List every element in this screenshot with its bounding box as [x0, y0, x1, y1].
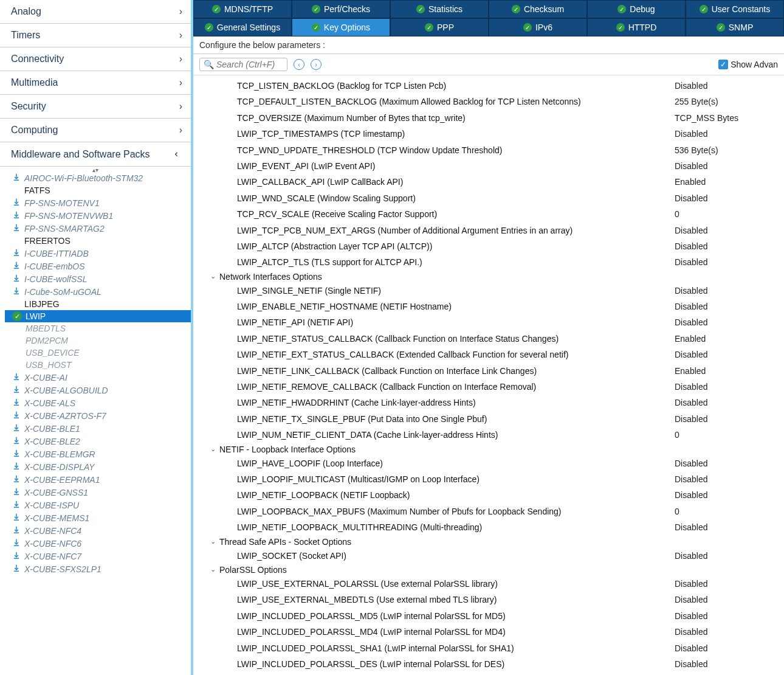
param-row[interactable]: TCP_DEFAULT_LISTEN_BACKLOG (Maximum Allo… [193, 94, 784, 109]
tree-item-fp-sns-smartag2[interactable]: FP-SNS-SMARTAG2 [5, 222, 191, 235]
tree-item-x-cube-eeprma1[interactable]: X-CUBE-EEPRMA1 [5, 473, 191, 486]
tree-item-freertos[interactable]: FREERTOS [5, 235, 191, 247]
param-row[interactable]: LWIP_INCLUDED_POLARSSL_MD4 (LwIP interna… [193, 624, 784, 640]
param-row[interactable]: LWIP_HAVE_LOOPIF (Loop Interface)Disable… [193, 455, 784, 471]
param-row[interactable]: LWIP_ALTCP_TLS (TLS support for ALTCP AP… [193, 254, 784, 270]
param-row[interactable]: LWIP_NUM_NETIF_CLIENT_DATA (Cache Link-l… [193, 427, 784, 443]
sidebar-category-analog[interactable]: Analog› [0, 0, 191, 24]
tab-httpd[interactable]: ✓HTTPD [587, 18, 686, 36]
tab-ppp[interactable]: ✓PPP [390, 18, 489, 36]
param-label: LWIP_NETIF_REMOVE_CALLBACK (Callback Fun… [193, 380, 669, 393]
section-network-interfaces-options[interactable]: ⌄Network Interfaces Options [193, 271, 784, 283]
param-row[interactable]: LWIP_SOCKET (Socket API)Disabled [193, 548, 784, 564]
param-row[interactable]: TCP_RCV_SCALE (Receive Scaling Factor Su… [193, 206, 784, 222]
tab-perf-checks[interactable]: ✓Perf/Checks [292, 0, 390, 18]
param-row[interactable]: LWIP_SINGLE_NETIF (Single NETIF)Disabled [193, 283, 784, 299]
tree-item-x-cube-ispu[interactable]: X-CUBE-ISPU [5, 499, 191, 511]
tree-item-i-cube-embos[interactable]: I-CUBE-embOS [5, 260, 191, 272]
tab-snmp[interactable]: ✓SNMP [686, 18, 784, 36]
search-field[interactable]: 🔍 [199, 58, 287, 71]
tree-item-usb_host[interactable]: USB_HOST [5, 359, 191, 371]
param-row[interactable]: LWIP_INCLUDED_POLARSSL_DES (LwIP interna… [193, 656, 784, 672]
param-value: TCP_MSS Bytes [669, 111, 784, 125]
tab-checksum[interactable]: ✓Checksum [489, 0, 587, 18]
tab-debug[interactable]: ✓Debug [587, 0, 686, 18]
tab-user-constants[interactable]: ✓User Constants [686, 0, 784, 18]
sidebar-category-middleware-and-software-packs[interactable]: Middleware and Software Packs⌄ [0, 142, 191, 167]
tree-item-x-cube-nfc6[interactable]: X-CUBE-NFC6 [5, 537, 191, 550]
check-circle-icon: ✓ [212, 5, 221, 13]
tree-item-x-cube-ble2[interactable]: X-CUBE-BLE2 [5, 435, 191, 448]
tree-item-i-cube-som-ugoal[interactable]: I-Cube-SoM-uGOAL [5, 285, 191, 298]
param-row[interactable]: LWIP_NETIF_EXT_STATUS_CALLBACK (Extended… [193, 347, 784, 362]
tree-item-x-cube-algobuild[interactable]: X-CUBE-ALGOBUILD [5, 384, 191, 396]
sidebar-category-multimedia[interactable]: Multimedia› [0, 71, 191, 95]
tree-item-x-cube-display[interactable]: X-CUBE-DISPLAY [5, 460, 191, 473]
param-row[interactable]: LWIP_INCLUDED_POLARSSL_MD5 (LwIP interna… [193, 608, 784, 624]
tree-item-x-cube-mems1[interactable]: X-CUBE-MEMS1 [5, 511, 191, 524]
param-row[interactable]: LWIP_CALLBACK_API (LwIP CallBack API)Ena… [193, 174, 784, 190]
param-row[interactable]: LWIP_NETIF_REMOVE_CALLBACK (Callback Fun… [193, 379, 784, 395]
show-advanced-toggle[interactable]: ✓ Show Advan [718, 60, 778, 69]
param-row[interactable]: LWIP_ALTCP (Abstraction Layer TCP API (A… [193, 238, 784, 254]
tree-item-label: FATFS [24, 185, 50, 195]
param-row[interactable]: LWIP_NETIF_HWADDRHINT (Cache Link-layer-… [193, 395, 784, 410]
tree-item-airoc-wi-fi-bluetooth-stm32[interactable]: AIROC-Wi-Fi-Bluetooth-STM32 [5, 171, 191, 184]
tree-item-libjpeg[interactable]: LIBJPEG [5, 298, 191, 310]
tree-item-x-cube-ble1[interactable]: X-CUBE-BLE1 [5, 422, 191, 435]
tree-item-fatfs[interactable]: FATFS [5, 184, 191, 196]
param-row[interactable]: LWIP_USE_EXTERNAL_POLARSSL (Use external… [193, 576, 784, 592]
tree-item-mbedtls[interactable]: MBEDTLS [5, 322, 191, 334]
sidebar-category-timers[interactable]: Timers› [0, 24, 191, 47]
param-row[interactable]: LWIP_NETIF_LINK_CALLBACK (Callback Funct… [193, 363, 784, 379]
check-circle-icon: ✓ [700, 5, 708, 13]
param-row[interactable]: LWIP_TCP_TIMESTAMPS (TCP Iimestamp)Disab… [193, 126, 784, 142]
param-row[interactable]: LWIP_LOOPBACK_MAX_PBUFS (Maximum Number … [193, 504, 784, 519]
param-row[interactable]: LWIP_USE_EXTERNAL_MBEDTLS (Use external … [193, 592, 784, 608]
tab-mdns-tftp[interactable]: ✓MDNS/TFTP [193, 0, 292, 18]
param-row[interactable]: LWIP_EVENT_API (LwIP Event API)Disabled [193, 158, 784, 174]
sidebar-category-computing[interactable]: Computing› [0, 119, 191, 142]
tab-general-settings[interactable]: ✓General Settings [193, 18, 292, 36]
param-row[interactable]: LWIP_LOOPIF_MULTICAST (Multicast/IGMP on… [193, 471, 784, 487]
param-row[interactable]: LWIP_NETIF_TX_SINGLE_PBUF (Put Data into… [193, 411, 784, 427]
param-row[interactable]: LWIP_TCP_PCB_NUM_EXT_ARGS (Number of Add… [193, 223, 784, 238]
tree-item-x-cube-blemgr[interactable]: X-CUBE-BLEMGR [5, 448, 191, 460]
tab-key-options[interactable]: ✓Key Options [292, 18, 390, 36]
tree-item-x-cube-azrtos-f7[interactable]: X-CUBE-AZRTOS-F7 [5, 409, 191, 422]
param-row[interactable]: LWIP_NETIF_LOOPBACK_MULTITHREADING (Mult… [193, 519, 784, 535]
prev-match-button[interactable]: ‹ [294, 59, 304, 70]
tree-item-lwip[interactable]: ✓LWIP [5, 310, 191, 322]
param-row[interactable]: LWIP_ENABLE_NETIF_HOSTNAME (NETIF Hostna… [193, 299, 784, 314]
search-input[interactable] [216, 60, 283, 69]
section-thread-safe-apis-socket-options[interactable]: ⌄Thread Safe APIs - Socket Options [193, 536, 784, 548]
tree-item-x-cube-ai[interactable]: X-CUBE-AI [5, 371, 191, 384]
param-row[interactable]: LWIP_NETIF_STATUS_CALLBACK (Callback Fun… [193, 331, 784, 347]
param-row[interactable]: LWIP_WND_SCALE (Window Scaling Support)D… [193, 190, 784, 206]
tab-statistics[interactable]: ✓Statistics [390, 0, 489, 18]
tree-item-usb_device[interactable]: USB_DEVICE [5, 347, 191, 359]
param-row[interactable]: LWIP_NETIF_API (NETIF API)Disabled [193, 314, 784, 330]
tree-item-i-cube-ittiadb[interactable]: I-CUBE-ITTIADB [5, 247, 191, 260]
tree-item-x-cube-gnss1[interactable]: X-CUBE-GNSS1 [5, 486, 191, 499]
tab-ipv6[interactable]: ✓IPv6 [489, 18, 587, 36]
next-match-button[interactable]: › [311, 59, 322, 70]
param-row[interactable]: TCP_LISTEN_BACKLOG (Backlog for TCP List… [193, 78, 784, 94]
sidebar-category-security[interactable]: Security› [0, 95, 191, 119]
param-row[interactable]: LWIP_INCLUDED_POLARSSL_SHA1 (LwIP intern… [193, 640, 784, 656]
tree-item-fp-sns-motenv1[interactable]: FP-SNS-MOTENV1 [5, 196, 191, 209]
tree-item-i-cube-wolfssl[interactable]: I-CUBE-wolfSSL [5, 272, 191, 285]
tree-item-x-cube-als[interactable]: X-CUBE-ALS [5, 396, 191, 409]
sidebar-category-connectivity[interactable]: Connectivity› [0, 47, 191, 71]
tree-item-x-cube-nfc4[interactable]: X-CUBE-NFC4 [5, 524, 191, 537]
tree-item-fp-sns-motenvwb1[interactable]: FP-SNS-MOTENVWB1 [5, 209, 191, 222]
section-polarssl-options[interactable]: ⌄PolarSSL Options [193, 564, 784, 576]
tree-item-x-cube-nfc7[interactable]: X-CUBE-NFC7 [5, 550, 191, 562]
tree-item-pdm2pcm[interactable]: PDM2PCM [5, 334, 191, 347]
param-row[interactable]: TCP_WND_UPDATE_THRESHOLD (TCP Window Upd… [193, 142, 784, 158]
tree-item-x-cube-sfxs2lp1[interactable]: X-CUBE-SFXS2LP1 [5, 562, 191, 575]
param-row[interactable]: TCP_OVERSIZE (Maximum Number of Bytes th… [193, 110, 784, 126]
param-row[interactable]: LWIP_INCLUDED_POLARSSL_ARC4 (LwIP intern… [193, 672, 784, 675]
section-netif-loopback-interface-options[interactable]: ⌄NETIF - Loopback Interface Options [193, 443, 784, 455]
param-row[interactable]: LWIP_NETIF_LOOPBACK (NETIF Loopback)Disa… [193, 487, 784, 503]
